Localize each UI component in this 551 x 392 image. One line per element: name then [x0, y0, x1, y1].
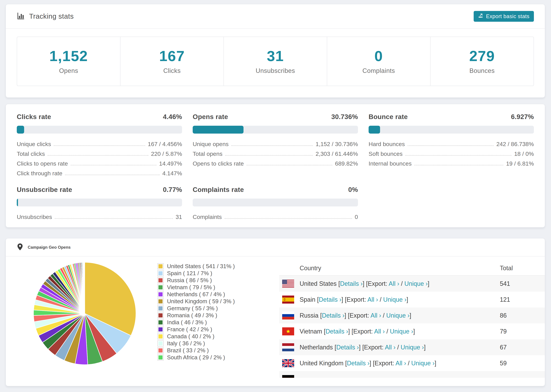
legend-swatch [157, 305, 164, 311]
stat-bounces-label: Bounces [431, 67, 534, 74]
geo-opens-card: Campaign Geo Opens United States ( 541 /… [6, 238, 545, 386]
geo-legend: United States ( 541 / 31% ) Spain ( 121 … [157, 263, 235, 361]
clicks-rate-bar [17, 126, 182, 133]
export-icon [478, 13, 483, 20]
total-value: 79 [500, 328, 507, 335]
clicks-rate-block: Clicks rate 4.46% Unique clicks167 / 4.4… [17, 113, 182, 177]
total-value: 67 [500, 344, 507, 351]
total-column-header: Total [500, 265, 513, 272]
export-unique-link[interactable]: Unique › [386, 312, 410, 319]
metric-row: Hard bounces242 / 86.738% [369, 138, 534, 147]
legend-swatch [157, 284, 164, 290]
legend-swatch [157, 347, 164, 354]
unsubscribe-rate-bar [17, 199, 182, 206]
bounce-rate-bar [369, 126, 534, 133]
export-all-link[interactable]: All › [367, 296, 378, 303]
legend-swatch [157, 354, 164, 361]
export-unique-link[interactable]: Unique › [401, 344, 424, 351]
legend-item-canada[interactable]: Canada ( 40 / 2% ) [157, 333, 235, 340]
rates-card: Clicks rate 4.46% Unique clicks167 / 4.4… [6, 104, 545, 227]
stat-complaints: 0 Complaints [327, 37, 431, 86]
details-link[interactable]: Details › [347, 360, 369, 367]
bounce-rate-value: 6.927% [511, 113, 534, 121]
total-value: 59 [500, 360, 507, 367]
unsubscribe-rate-title: Unsubscribe rate [17, 186, 72, 193]
export-unique-link[interactable]: Unique › [383, 296, 406, 303]
bar-chart-icon [17, 12, 25, 21]
unsubscribe-rate-value: 0.77% [163, 186, 182, 193]
clicks-rate-value: 4.46% [163, 113, 182, 121]
opens-rate-bar [193, 126, 358, 133]
legend-item-romania[interactable]: Romania ( 49 / 3% ) [157, 312, 235, 319]
stat-unsubscribes-value: 31 [224, 48, 327, 64]
stat-opens-value: 1,152 [17, 48, 120, 64]
table-row-united-states: United States [Details ›] [Export: All ›… [279, 276, 545, 292]
total-value: 86 [500, 312, 507, 319]
opens-rate-value: 30.736% [331, 113, 358, 121]
stat-opens: 1,152 Opens [17, 37, 120, 86]
stat-opens-label: Opens [17, 67, 120, 74]
flag-ru-icon [282, 311, 294, 320]
total-value: 541 [500, 280, 510, 287]
legend-item-germany[interactable]: Germany ( 55 / 3% ) [157, 305, 235, 312]
export-all-link[interactable]: All › [396, 360, 406, 367]
legend-swatch [157, 263, 164, 269]
legend-item-brazil[interactable]: Brazil ( 33 / 2% ) [157, 347, 235, 354]
metric-row: Total clicks220 / 5.87% [17, 147, 182, 157]
export-all-link[interactable]: All › [389, 280, 399, 287]
legend-swatch [157, 333, 164, 339]
clicks-rate-title: Clicks rate [17, 113, 51, 121]
export-unique-link[interactable]: Unique › [411, 360, 434, 367]
legend-swatch [157, 340, 164, 347]
flag-de-icon [282, 375, 294, 378]
tracking-stats-card: Tracking stats Export basic stats 1,152 … [6, 4, 545, 98]
flag-gb-icon [282, 359, 294, 367]
legend-swatch [157, 326, 164, 332]
details-link[interactable]: Details › [319, 296, 341, 303]
details-link[interactable]: Details › [322, 312, 345, 319]
flag-us-icon [282, 280, 294, 288]
table-row-germany-clipped [279, 371, 545, 378]
bounce-rate-block: Bounce rate 6.927% Hard bounces242 / 86.… [369, 113, 534, 177]
stat-unsubscribes: 31 Unsubscribes [224, 37, 327, 86]
legend-swatch [157, 312, 164, 318]
stat-clicks-value: 167 [120, 48, 224, 64]
legend-swatch [157, 277, 164, 283]
metric-row: Soft bounces18 / 0% [369, 147, 534, 157]
stat-complaints-label: Complaints [327, 67, 430, 74]
details-link[interactable]: Details › [340, 280, 363, 287]
complaints-rate-title: Complaints rate [193, 186, 244, 193]
table-row-vietnam: Vietnam [Details ›] [Export: All › / Uni… [279, 323, 545, 339]
legend-swatch [157, 319, 164, 325]
details-link[interactable]: Details › [325, 328, 348, 335]
geo-pie-chart[interactable] [31, 260, 138, 367]
metric-row: Unique clicks167 / 4.456% [17, 138, 182, 147]
legend-item-india[interactable]: India ( 46 / 3% ) [157, 319, 235, 326]
metric-row: Clicks to opens rate14.497% [17, 157, 182, 167]
table-header: Country Total [279, 261, 545, 276]
export-unique-link[interactable]: Unique › [390, 328, 413, 335]
legend-swatch [157, 291, 164, 297]
stat-unsubscribes-label: Unsubscribes [224, 67, 327, 74]
export-unique-link[interactable]: Unique › [404, 280, 428, 287]
legend-item-russia[interactable]: Russia ( 86 / 5% ) [157, 277, 235, 284]
export-basic-stats-button[interactable]: Export basic stats [474, 11, 534, 22]
export-all-link[interactable]: All › [385, 344, 396, 351]
legend-item-vietnam[interactable]: Vietnam ( 79 / 5% ) [157, 284, 235, 291]
legend-item-south-africa[interactable]: South Africa ( 29 / 2% ) [157, 354, 235, 361]
export-all-link[interactable]: All › [374, 328, 385, 335]
legend-item-netherlands[interactable]: Netherlands ( 67 / 4% ) [157, 291, 235, 298]
details-link[interactable]: Details › [336, 344, 359, 351]
stat-clicks-label: Clicks [120, 67, 224, 74]
legend-item-united-kingdom[interactable]: United Kingdom ( 59 / 3% ) [157, 298, 235, 305]
stat-bounces: 279 Bounces [431, 37, 534, 86]
map-pin-icon [17, 243, 23, 252]
export-all-link[interactable]: All › [370, 312, 381, 319]
flag-nl-icon [282, 343, 294, 351]
legend-item-italy[interactable]: Italy ( 36 / 2% ) [157, 340, 235, 347]
legend-item-spain[interactable]: Spain ( 121 / 7% ) [157, 270, 235, 277]
tracking-stats-header: Tracking stats Export basic stats [6, 4, 545, 29]
legend-item-france[interactable]: France ( 42 / 2% ) [157, 326, 235, 333]
legend-item-united-states[interactable]: United States ( 541 / 31% ) [157, 263, 235, 270]
table-row-spain: Spain [Details ›] [Export: All › / Uniqu… [279, 292, 545, 308]
